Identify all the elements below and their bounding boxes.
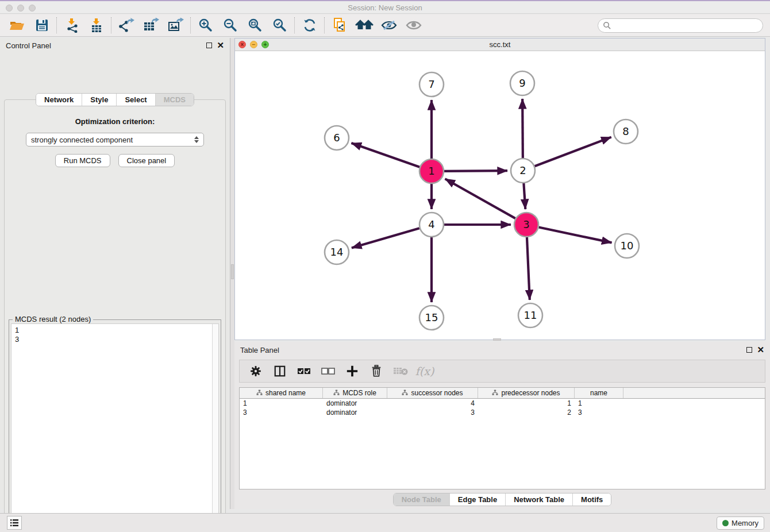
toolbar-separator: [56, 17, 57, 33]
refresh-button[interactable]: [297, 16, 322, 35]
node-label-15: 15: [425, 311, 438, 323]
clone-network-button[interactable]: [327, 16, 352, 35]
minimize-view-icon[interactable]: −: [250, 41, 257, 48]
tab-node-table[interactable]: Node Table: [394, 494, 449, 506]
edge-2-9[interactable]: [522, 99, 523, 158]
edge-4-14[interactable]: [352, 228, 419, 248]
zoom-selected-icon: [272, 18, 287, 33]
zoom-out-button[interactable]: [218, 16, 242, 35]
titlebar: Session: New Session: [0, 0, 770, 14]
zoom-fit-button[interactable]: [242, 16, 267, 35]
hide-selected-button[interactable]: [376, 16, 401, 35]
deselect-all-button[interactable]: [320, 363, 336, 379]
node-label-6: 6: [333, 132, 340, 144]
table-panel-header: Table Panel ✕: [234, 342, 770, 357]
edge-3-10[interactable]: [539, 228, 612, 243]
close-table-panel-icon[interactable]: ✕: [757, 347, 764, 353]
show-all-button[interactable]: [401, 16, 426, 35]
search-icon: [603, 21, 611, 30]
trash-icon: [371, 365, 382, 377]
task-history-button[interactable]: [7, 516, 22, 530]
save-session-button[interactable]: [29, 16, 54, 35]
network-canvas-svg[interactable]: 7968124314101511: [235, 51, 765, 340]
column-header-successor-nodes[interactable]: successor nodes: [387, 388, 478, 398]
zoom-selected-button[interactable]: [267, 16, 292, 35]
home-icon: [355, 18, 374, 32]
cell-MCDS-role[interactable]: dominator: [323, 408, 387, 417]
add-column-button[interactable]: [344, 363, 360, 379]
export-table-button[interactable]: [138, 16, 163, 35]
cell-shared-name[interactable]: 3: [240, 408, 323, 417]
edge-1-2[interactable]: [444, 171, 507, 171]
tab-network-table[interactable]: Network Table: [505, 494, 572, 506]
float-table-panel-icon[interactable]: [746, 347, 752, 353]
node-table: shared nameMCDS rolesuccessor nodesprede…: [239, 387, 765, 489]
cell-shared-name[interactable]: 1: [240, 399, 323, 408]
mcds-result-text[interactable]: 1 3: [11, 324, 212, 532]
show-columns-button[interactable]: [272, 363, 288, 379]
select-all-button[interactable]: [296, 363, 312, 379]
table-row[interactable]: 3dominator323: [240, 408, 765, 417]
first-neighbors-button[interactable]: [352, 16, 376, 35]
search-field[interactable]: [598, 18, 763, 33]
tab-network[interactable]: Network: [36, 94, 82, 106]
horizontal-splitter-grip[interactable]: [493, 338, 501, 341]
tab-edge-table[interactable]: Edge Table: [449, 494, 505, 506]
tab-mcds[interactable]: MCDS: [155, 94, 194, 106]
tab-style[interactable]: Style: [82, 94, 116, 106]
splitter-grip[interactable]: [231, 264, 234, 279]
edge-2-8[interactable]: [535, 137, 611, 167]
cell-name[interactable]: 3: [575, 408, 623, 417]
delete-table-button[interactable]: [392, 363, 409, 379]
tab-motifs[interactable]: Motifs: [572, 494, 611, 506]
node-label-4: 4: [428, 218, 434, 230]
open-session-button[interactable]: [5, 16, 29, 35]
export-network-button[interactable]: [114, 16, 138, 35]
import-network-button[interactable]: [59, 16, 84, 35]
edge-3-11[interactable]: [527, 237, 530, 300]
close-panel-button[interactable]: Close panel: [118, 154, 175, 167]
cell-name[interactable]: 1: [575, 399, 623, 408]
zoom-in-button[interactable]: [193, 16, 218, 35]
column-label: MCDS role: [342, 389, 376, 397]
search-input[interactable]: [611, 21, 755, 30]
cell-MCDS-role[interactable]: dominator: [323, 399, 387, 408]
column-header-MCDS-role[interactable]: MCDS role: [323, 388, 387, 398]
column-header-name[interactable]: name: [575, 388, 623, 398]
import-table-button[interactable]: [84, 16, 109, 35]
optimization-criterion-label: Optimization criterion:: [5, 117, 225, 126]
function-builder-button[interactable]: f(x): [417, 363, 433, 379]
float-panel-icon[interactable]: [206, 43, 212, 48]
maximize-view-icon[interactable]: +: [261, 41, 269, 48]
edge-2-3[interactable]: [523, 183, 525, 209]
close-view-icon[interactable]: ×: [238, 41, 246, 48]
sort-hierarchy-icon: [256, 389, 263, 397]
zoom-fit-icon: [248, 18, 263, 33]
export-image-icon: [168, 18, 184, 33]
edge-1-6[interactable]: [351, 143, 419, 167]
network-canvas[interactable]: 7968124314101511: [235, 51, 765, 340]
cell-successor-nodes[interactable]: 3: [387, 408, 478, 417]
criterion-dropdown[interactable]: strongly connected component: [26, 133, 204, 147]
edge-3-1[interactable]: [445, 179, 515, 218]
export-image-button[interactable]: [163, 16, 188, 35]
cell-predecessor-nodes[interactable]: 1: [478, 399, 575, 408]
cell-predecessor-nodes[interactable]: 2: [478, 408, 575, 417]
close-panel-icon[interactable]: ✕: [217, 43, 224, 48]
table-row[interactable]: 1dominator411: [240, 399, 765, 408]
column-header-predecessor-nodes[interactable]: predecessor nodes: [478, 388, 575, 398]
vertical-splitter[interactable]: [230, 38, 234, 509]
network-window-titlebar[interactable]: × − + scc.txt: [235, 38, 765, 51]
add-icon: [346, 365, 359, 377]
toolbar-separator: [111, 17, 111, 33]
cell-successor-nodes[interactable]: 4: [387, 399, 478, 408]
mcds-result-group: MCDS result (2 nodes) 1 3: [9, 319, 221, 532]
tab-select[interactable]: Select: [116, 94, 155, 106]
table-settings-button[interactable]: [248, 363, 264, 379]
network-view-title: scc.txt: [235, 38, 765, 51]
column-header-shared-name[interactable]: shared name: [240, 388, 323, 398]
memory-button[interactable]: Memory: [717, 516, 764, 530]
delete-column-button[interactable]: [368, 363, 384, 379]
result-scrollbar[interactable]: [212, 324, 218, 532]
run-mcds-button[interactable]: Run MCDS: [55, 154, 110, 167]
